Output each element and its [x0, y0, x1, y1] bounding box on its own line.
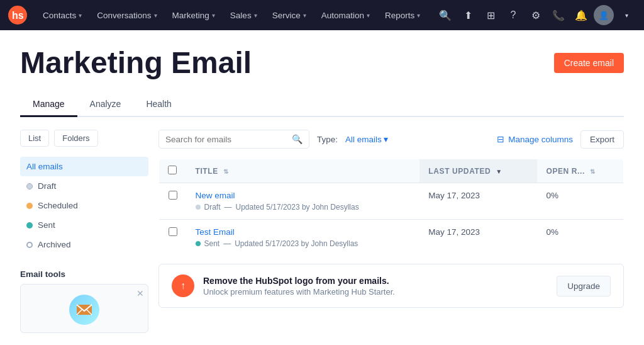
nav-reports[interactable]: Reports ▾: [377, 0, 428, 30]
sidebar: List Folders All emails Draft Scheduled …: [20, 130, 158, 333]
upgrade-arrow-icon: ↑: [172, 274, 194, 297]
table-row: New email Draft — Updated 5/17/2023 by J…: [159, 183, 624, 220]
email-title-link[interactable]: New email: [196, 191, 411, 200]
search-box[interactable]: 🔍: [158, 130, 309, 149]
email-tools-card: ✕: [20, 284, 148, 333]
sidebar-item-scheduled[interactable]: Scheduled: [20, 196, 148, 215]
tab-health[interactable]: Health: [133, 93, 184, 117]
email-tools-section: Email tools ✕: [20, 269, 148, 333]
user-avatar[interactable]: 👤: [594, 5, 614, 25]
marketplace-icon[interactable]: ⊞: [480, 5, 501, 25]
upgrade-button[interactable]: Upgrade: [557, 276, 611, 297]
chevron-down-icon: ▾: [367, 12, 370, 19]
upgrade-subtext: Unlock premium features with Marketing H…: [203, 287, 548, 297]
last-updated-cell: May 17, 2023: [419, 220, 537, 256]
title-column-header[interactable]: TITLE ⇅: [187, 159, 420, 183]
nav-marketing[interactable]: Marketing ▾: [165, 0, 223, 30]
main-content: Marketing Email Create email Manage Anal…: [0, 30, 644, 333]
draft-status-dot: [26, 183, 33, 189]
last-updated-cell: May 17, 2023: [419, 183, 537, 220]
content-area: List Folders All emails Draft Scheduled …: [20, 117, 624, 333]
sidebar-item-archived[interactable]: Archived: [20, 235, 148, 254]
tab-manage[interactable]: Manage: [20, 93, 77, 117]
phone-icon[interactable]: 📞: [548, 5, 569, 25]
nav-conversations[interactable]: Conversations ▾: [89, 0, 164, 30]
notifications-icon[interactable]: 🔔: [571, 5, 591, 25]
folders-button[interactable]: Folders: [54, 130, 97, 147]
email-title-link[interactable]: Test Email: [196, 227, 411, 237]
manage-columns-button[interactable]: ⊟ Manage columns: [497, 134, 573, 144]
list-button[interactable]: List: [20, 130, 49, 147]
scheduled-status-dot: [26, 203, 33, 209]
last-updated-column-header[interactable]: LAST UPDATED ▼: [419, 159, 537, 183]
tabs: Manage Analyze Health: [20, 93, 624, 117]
right-panel: 🔍 Type: All emails ▾ ⊟ Manage columns Ex…: [158, 130, 624, 333]
nav-contacts[interactable]: Contacts ▾: [35, 0, 89, 30]
page-header: Marketing Email Create email: [20, 45, 624, 80]
svg-text:hs: hs: [12, 10, 24, 21]
sidebar-top-buttons: List Folders: [20, 130, 148, 147]
open-rate-column-header[interactable]: OPEN R... ⇅: [537, 159, 623, 183]
upgrade-icon[interactable]: ⬆: [458, 5, 478, 25]
export-button[interactable]: Export: [580, 130, 624, 149]
settings-icon[interactable]: ⚙: [526, 5, 546, 25]
sent-dot: [196, 241, 201, 246]
chevron-down-icon: ▾: [417, 12, 420, 19]
chevron-down-icon: ▾: [79, 12, 82, 19]
email-table: TITLE ⇅ LAST UPDATED ▼ OPEN R... ⇅: [158, 159, 624, 256]
row-checkbox-cell[interactable]: [159, 220, 187, 256]
create-email-button[interactable]: Create email: [554, 53, 624, 73]
search-icon[interactable]: 🔍: [435, 5, 455, 25]
row-checkbox[interactable]: [169, 227, 177, 236]
toolbar-right: ⊟ Manage columns Export: [497, 130, 624, 149]
sidebar-item-all-emails[interactable]: All emails: [20, 157, 148, 176]
select-all-checkbox[interactable]: [168, 166, 177, 174]
top-navigation: hs Contacts ▾ Conversations ▾ Marketing …: [0, 0, 644, 30]
search-input[interactable]: [165, 135, 287, 144]
email-title-cell: New email Draft — Updated 5/17/2023 by J…: [187, 183, 420, 220]
upgrade-text: Remove the HubSpot logo from your emails…: [203, 276, 548, 297]
account-chevron-icon[interactable]: ▾: [616, 5, 636, 25]
close-icon[interactable]: ✕: [136, 288, 144, 298]
chevron-down-icon: ▾: [212, 12, 215, 19]
nav-items: Contacts ▾ Conversations ▾ Marketing ▾ S…: [35, 0, 435, 30]
email-tools-icon: [69, 295, 99, 325]
columns-icon: ⊟: [497, 134, 504, 144]
row-checkbox-cell[interactable]: [159, 183, 187, 220]
open-rate-cell: 0%: [537, 183, 623, 220]
type-label: Type:: [317, 135, 338, 144]
sidebar-item-sent[interactable]: Sent: [20, 215, 148, 235]
help-icon[interactable]: ?: [503, 5, 523, 25]
chevron-down-icon: ▾: [154, 12, 157, 19]
sidebar-menu: All emails Draft Scheduled Sent Archived: [20, 157, 148, 254]
nav-sales[interactable]: Sales ▾: [223, 0, 265, 30]
hubspot-logo[interactable]: hs: [8, 5, 28, 25]
sort-icon: ⇅: [223, 168, 229, 175]
sidebar-item-draft[interactable]: Draft: [20, 176, 148, 196]
table-body: New email Draft — Updated 5/17/2023 by J…: [159, 183, 624, 256]
email-row-meta: Sent — Updated 5/17/2023 by John Desylla…: [196, 239, 411, 248]
select-all-header[interactable]: [159, 159, 187, 183]
sent-status-dot: [26, 222, 33, 229]
nav-right-icons: 🔍 ⬆ ⊞ ? ⚙ 📞 🔔 👤 ▾: [435, 5, 636, 25]
chevron-down-icon: ▾: [384, 134, 388, 144]
tab-analyze[interactable]: Analyze: [77, 93, 134, 117]
nav-automation[interactable]: Automation ▾: [314, 0, 377, 30]
toolbar: 🔍 Type: All emails ▾ ⊟ Manage columns Ex…: [158, 130, 624, 149]
email-row-meta: Draft — Updated 5/17/2023 by John Desyll…: [196, 203, 411, 212]
nav-service[interactable]: Service ▾: [265, 0, 314, 30]
chevron-down-icon: ▾: [303, 12, 306, 19]
upgrade-banner: ↑ Remove the HubSpot logo from your emai…: [158, 264, 624, 308]
page-title: Marketing Email: [20, 45, 252, 80]
search-icon: 🔍: [292, 134, 303, 144]
sort-active-icon: ▼: [496, 168, 502, 175]
sort-icon: ⇅: [590, 168, 596, 175]
table-header: TITLE ⇅ LAST UPDATED ▼ OPEN R... ⇅: [159, 159, 624, 183]
upgrade-headline: Remove the HubSpot logo from your emails…: [203, 276, 389, 286]
open-rate-cell: 0%: [537, 220, 623, 256]
archived-status-dot: [26, 242, 33, 248]
row-checkbox[interactable]: [169, 191, 177, 200]
draft-dot: [196, 205, 201, 210]
type-filter-dropdown[interactable]: All emails ▾: [345, 134, 388, 144]
email-title-cell: Test Email Sent — Updated 5/17/2023 by J…: [187, 220, 420, 256]
